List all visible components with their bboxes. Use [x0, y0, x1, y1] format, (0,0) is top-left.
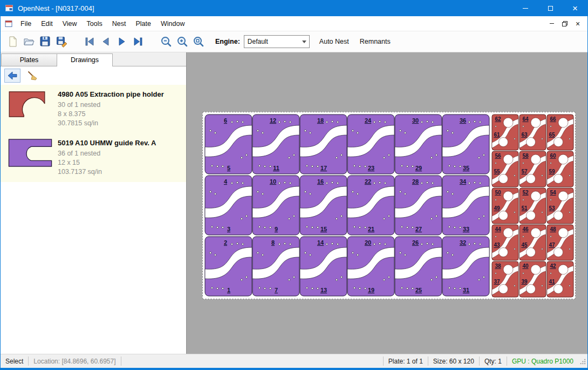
drill-hole: [214, 132, 216, 133]
red-part-pair[interactable]: 5857: [519, 151, 546, 187]
drill-hole: [430, 157, 432, 158]
go-first-button[interactable]: [81, 33, 98, 50]
part-number: 46: [522, 226, 529, 232]
remnants-button[interactable]: Remnants: [354, 38, 396, 45]
app-window: OpenNest - [N0317-004] × FileEditViewToo…: [0, 0, 588, 370]
drill-hole: [340, 276, 342, 278]
close-button[interactable]: ×: [563, 0, 587, 16]
red-part-pair[interactable]: 3837: [492, 261, 518, 297]
red-part-pair[interactable]: 6261: [492, 115, 518, 150]
red-part-pair[interactable]: 4241: [547, 261, 573, 297]
part-number: 19: [368, 287, 374, 293]
menu-item-nest[interactable]: Nest: [107, 17, 131, 30]
go-last-button[interactable]: [130, 33, 146, 50]
part-number: 30: [412, 117, 419, 124]
minimize-button[interactable]: [513, 0, 538, 16]
purple-part-pair[interactable]: 3231: [442, 237, 489, 296]
purple-part-pair[interactable]: 2625: [395, 237, 442, 296]
open-button[interactable]: [21, 33, 37, 50]
maximize-button[interactable]: [538, 0, 563, 16]
purple-part-pair[interactable]: 3029: [395, 115, 442, 174]
drill-hole: [241, 218, 242, 219]
red-part-pair[interactable]: 5049: [492, 188, 518, 224]
window-title: OpenNest - [N0317-004]: [18, 4, 94, 12]
purple-part-pair[interactable]: 2019: [347, 237, 394, 296]
red-part-pair[interactable]: 4443: [492, 225, 518, 260]
drill-hole: [495, 236, 497, 238]
purple-part-pair[interactable]: 109: [252, 176, 299, 235]
auto-nest-button[interactable]: Auto Nest: [314, 38, 354, 45]
red-part-pair[interactable]: 4847: [547, 225, 573, 260]
drill-hole: [550, 163, 552, 164]
purple-part-pair[interactable]: 1615: [300, 176, 347, 235]
part-number: 25: [415, 287, 422, 293]
drill-hole: [569, 212, 571, 213]
menu-item-plate[interactable]: Plate: [131, 17, 156, 30]
go-previous-button[interactable]: [98, 33, 114, 50]
purple-part-pair[interactable]: 1211: [252, 115, 299, 174]
part-number: 3: [227, 226, 230, 232]
drawing-list-item[interactable]: 4980 A05 Extraction pipe holder 30 of 1 …: [1, 85, 186, 133]
go-next-button[interactable]: [114, 33, 130, 50]
red-part-pair[interactable]: 6463: [519, 115, 546, 150]
purple-part-pair[interactable]: 65: [205, 115, 252, 174]
save-as-button[interactable]: [53, 33, 70, 50]
resize-grip[interactable]: [578, 357, 586, 365]
purple-part-pair[interactable]: 43: [205, 176, 252, 235]
red-part-pair[interactable]: 4645: [519, 225, 546, 260]
tab-plates[interactable]: Plates: [1, 53, 57, 66]
engine-select[interactable]: Default: [244, 35, 310, 48]
purple-part-pair[interactable]: 1413: [300, 237, 347, 296]
drill-hole: [262, 132, 263, 133]
engine-label: Engine:: [215, 38, 240, 45]
part-number: 42: [550, 263, 556, 269]
red-part-pair[interactable]: 6665: [547, 115, 573, 150]
new-button[interactable]: [5, 33, 21, 50]
red-part-pair[interactable]: 6059: [547, 151, 573, 187]
mdi-minimize-button[interactable]: [546, 19, 557, 29]
menu-item-view[interactable]: View: [58, 17, 82, 30]
clear-drawings-button[interactable]: [24, 69, 40, 83]
zoom-fit-button[interactable]: [190, 33, 207, 50]
purple-part-pair[interactable]: 3433: [442, 176, 489, 235]
drill-hole: [448, 165, 450, 166]
drill-hole: [337, 243, 338, 245]
zoom-out-button[interactable]: [158, 33, 174, 50]
purple-part-pair[interactable]: 21: [205, 237, 252, 296]
purple-part-pair[interactable]: 2423: [347, 115, 394, 174]
purple-part-pair[interactable]: 1817: [300, 115, 347, 174]
red-part-pair[interactable]: 5655: [492, 151, 518, 187]
purple-part-pair[interactable]: 2221: [347, 176, 394, 235]
plate-sheet[interactable]: 6512111817242330293635431091615222128273…: [202, 112, 576, 299]
red-part-pair[interactable]: 5453: [547, 188, 573, 224]
drill-hole: [317, 226, 318, 228]
menu-item-file[interactable]: File: [16, 17, 36, 30]
side-panel: PlatesDrawings: [1, 52, 187, 354]
purple-part-pair[interactable]: 87: [252, 237, 299, 296]
drill-hole: [550, 273, 552, 274]
drill-hole: [523, 126, 524, 127]
drawing-area: 103.7137 sq/in: [58, 167, 156, 177]
return-drawing-button[interactable]: [4, 69, 20, 83]
tab-drawings[interactable]: Drawings: [57, 53, 113, 66]
menu-item-window[interactable]: Window: [156, 17, 189, 30]
drill-hole: [523, 236, 524, 238]
purple-part-pair[interactable]: 2827: [395, 176, 442, 235]
save-button[interactable]: [37, 33, 53, 50]
drawing-list-item[interactable]: 5019 A10 UHMW guide Rev. A 36 of 1 neste…: [1, 133, 186, 182]
drill-hole: [209, 130, 211, 131]
mdi-close-button[interactable]: ×: [572, 19, 583, 29]
menu-item-edit[interactable]: Edit: [36, 17, 58, 30]
purple-part-pair[interactable]: 3635: [442, 115, 489, 174]
red-part-pair[interactable]: 5251: [519, 188, 546, 224]
drill-hole: [399, 130, 401, 131]
zoom-in-button[interactable]: [174, 33, 190, 50]
mdi-restore-button[interactable]: [559, 19, 570, 29]
drill-hole: [478, 279, 480, 280]
menu-item-tools[interactable]: Tools: [82, 17, 107, 30]
zoom-in-icon: [176, 35, 189, 48]
title-bar[interactable]: OpenNest - [N0317-004] ×: [1, 0, 587, 16]
nest-canvas[interactable]: 6512111817242330293635431091615222128273…: [187, 52, 587, 354]
drill-hole: [447, 130, 448, 131]
red-part-pair[interactable]: 4039: [519, 261, 546, 297]
